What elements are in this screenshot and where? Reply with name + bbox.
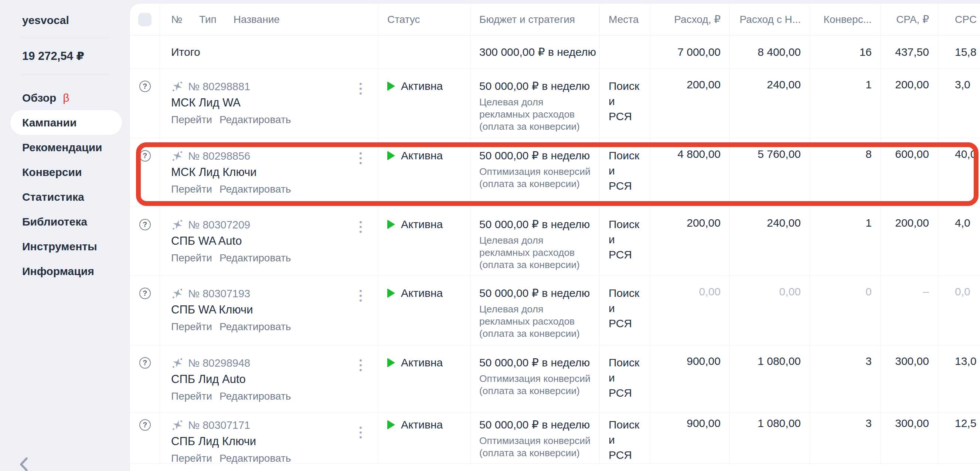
table-row[interactable]: ? № 80298881 МСК Лид WA Перейти Редактир…	[130, 69, 980, 138]
campaign-cell: № 80298948 СПБ Лид Auto Перейти Редактир…	[160, 345, 379, 412]
kebab-menu-icon[interactable]	[357, 81, 364, 97]
go-link[interactable]: Перейти	[171, 452, 212, 465]
kebab-menu-icon[interactable]	[357, 219, 364, 235]
campaign-cell: № 80307171 СПБ Лид Ключи Перейти Редакти…	[160, 413, 379, 465]
table-row[interactable]: ? № 80298856 МСК Лид Ключи Перейти Редак…	[130, 138, 980, 207]
campaign-type-icon	[171, 419, 184, 431]
sidebar-item-overview[interactable]: Обзор β	[10, 85, 122, 110]
budget-cell: 50 000,00 ₽ в неделю Целевая доля реклам…	[471, 276, 600, 345]
status-cell: Активна	[379, 138, 471, 207]
status-label: Активна	[401, 286, 443, 301]
go-link[interactable]: Перейти	[171, 114, 212, 126]
campaign-name[interactable]: СПБ Лид Ключи	[171, 433, 345, 450]
totals-spend-nds: 8 400,00	[730, 35, 810, 69]
sidebar-item-information[interactable]: Информация	[10, 259, 122, 284]
help-icon[interactable]: ?	[139, 419, 151, 431]
kebab-menu-icon[interactable]	[357, 425, 364, 441]
campaign-id-line: № 80298881	[171, 78, 345, 95]
totals-conversions: 16	[810, 35, 881, 69]
campaign-links: Перейти Редактировать	[171, 114, 345, 126]
edit-link[interactable]: Редактировать	[220, 390, 291, 402]
table-row[interactable]: ? № 80307209 СПБ WA Auto Перейти Редакти…	[130, 207, 980, 276]
header-type: Тип	[199, 14, 216, 26]
sidebar-item-label: Рекомендации	[22, 141, 102, 154]
kebab-menu-icon[interactable]	[357, 150, 364, 166]
spend-value: 200,00	[651, 69, 730, 138]
help-icon[interactable]: ?	[139, 81, 151, 92]
table-row[interactable]: ? № 80298948 СПБ Лид Auto Перейти Редакт…	[130, 345, 980, 413]
go-link[interactable]: Перейти	[171, 184, 212, 195]
sidebar-item-library[interactable]: Библиотека	[10, 209, 122, 234]
campaign-name[interactable]: МСК Лид Ключи	[171, 164, 345, 180]
spend-value: 4 800,00	[651, 138, 730, 207]
spend-value: 200,00	[651, 207, 730, 275]
cpc-value: 40,0	[938, 138, 980, 207]
campaign-name[interactable]: СПБ Лид Auto	[171, 371, 345, 388]
table-row[interactable]: ? № 80307171 СПБ Лид Ключи Перейти Редак…	[130, 413, 980, 464]
header-title: Название	[234, 14, 280, 26]
budget-amount: 50 000,00 ₽ в неделю	[479, 417, 590, 433]
campaign-name[interactable]: СПБ WA Ключи	[171, 302, 345, 318]
status-label: Активна	[401, 217, 443, 232]
account-balance[interactable]: 19 272,54 ₽	[0, 49, 130, 63]
campaign-links: Перейти Редактировать	[171, 184, 345, 195]
campaign-links: Перейти Редактировать	[171, 390, 345, 402]
totals-spend: 7 000,00	[651, 35, 730, 69]
campaign-type-icon	[171, 357, 184, 369]
sidebar-item-tools[interactable]: Инструменты	[10, 234, 122, 259]
budget-amount: 50 000,00 ₽ в неделю	[479, 286, 590, 301]
header-status: Статус	[379, 4, 471, 35]
kebab-menu-icon[interactable]	[357, 287, 364, 304]
campaign-cell: № 80298856 МСК Лид Ключи Перейти Редакти…	[160, 138, 379, 207]
help-icon[interactable]: ?	[139, 287, 151, 299]
row-help-cell: ?	[130, 138, 160, 207]
header-num: №	[171, 14, 182, 26]
edit-link[interactable]: Редактировать	[220, 321, 291, 333]
sidebar-item-campaigns[interactable]: Кампании	[10, 110, 122, 135]
go-link[interactable]: Перейти	[171, 252, 212, 264]
app-window: yesvocal 19 272,54 ₽ Обзор β Кампании Ре…	[0, 0, 980, 471]
header-budget: Бюджет и стратегия	[471, 4, 600, 35]
collapse-sidebar-button[interactable]	[18, 456, 30, 471]
select-all-checkbox[interactable]	[138, 13, 151, 26]
kebab-menu-icon[interactable]	[357, 357, 364, 374]
go-link[interactable]: Перейти	[171, 390, 212, 402]
places-label: Поиск и РСЯ	[600, 207, 651, 275]
sidebar-item-label: Статистика	[22, 191, 84, 203]
sidebar-item-label: Кампании	[22, 117, 76, 129]
edit-link[interactable]: Редактировать	[220, 114, 291, 126]
cpc-value: 12,5	[938, 413, 980, 465]
cpc-value: 0,0	[938, 276, 980, 345]
totals-row: Итого 300 000,00 ₽ в неделю 7 000,00 8 4…	[130, 35, 980, 69]
table-body: ? № 80298881 МСК Лид WA Перейти Редактир…	[130, 69, 980, 464]
campaign-id: № 80298948	[188, 357, 250, 369]
edit-link[interactable]: Редактировать	[220, 252, 291, 264]
help-icon[interactable]: ?	[139, 357, 151, 369]
places-label: Поиск и РСЯ	[600, 69, 651, 138]
budget-amount: 50 000,00 ₽ в неделю	[479, 355, 590, 370]
edit-link[interactable]: Редактировать	[220, 452, 291, 465]
go-link[interactable]: Перейти	[171, 321, 212, 333]
header-places: Места	[600, 4, 651, 35]
cpa-value: –	[881, 276, 938, 345]
sidebar-item-statistics[interactable]: Статистика	[10, 185, 122, 209]
sidebar-item-conversions[interactable]: Конверсии	[10, 160, 122, 185]
account-name[interactable]: yesvocal	[0, 14, 130, 27]
places-label: Поиск и РСЯ	[600, 138, 651, 207]
campaign-name[interactable]: СПБ WA Auto	[171, 233, 345, 249]
table-row[interactable]: ? № 80307193 СПБ WA Ключи Перейти Редакт…	[130, 276, 980, 345]
campaign-name[interactable]: МСК Лид WA	[171, 95, 345, 111]
campaign-id: № 80307209	[188, 219, 250, 231]
campaign-cell: № 80307193 СПБ WA Ключи Перейти Редактир…	[160, 276, 379, 345]
sidebar-nav: Обзор β Кампании Рекомендации Конверсии …	[0, 85, 130, 284]
edit-link[interactable]: Редактировать	[220, 184, 291, 195]
campaign-id-line: № 80307171	[171, 417, 345, 433]
table-header-row: № Тип Название Статус Бюджет и стратегия…	[130, 4, 980, 35]
sidebar-item-recommendations[interactable]: Рекомендации	[10, 135, 122, 160]
status-cell: Активна	[379, 413, 471, 465]
status-play-icon	[387, 288, 395, 298]
help-icon[interactable]: ?	[139, 150, 151, 161]
help-icon[interactable]: ?	[139, 219, 151, 230]
budget-cell: 50 000,00 ₽ в неделю Оптимизация конверс…	[471, 413, 600, 465]
campaign-type-icon	[171, 150, 184, 162]
